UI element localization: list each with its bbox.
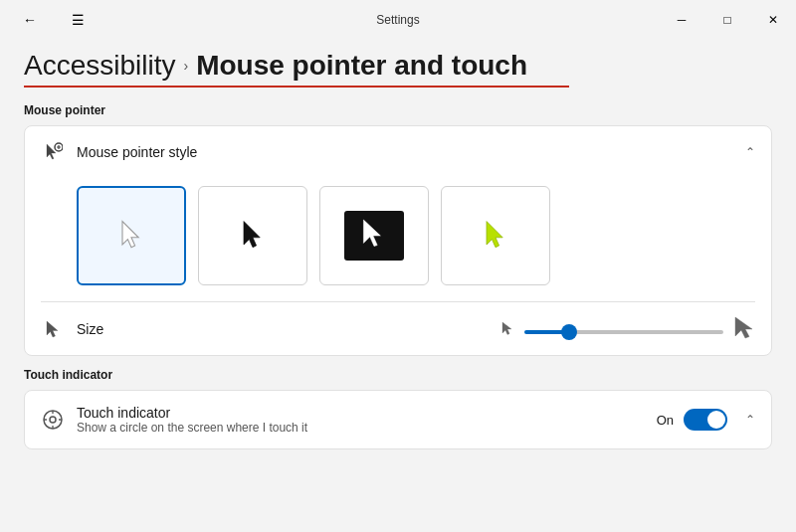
svg-point-2 xyxy=(50,417,56,423)
mouse-pointer-style-card: Mouse pointer style ⌃ xyxy=(24,125,772,356)
breadcrumb-chevron: › xyxy=(183,58,188,74)
section-touch-indicator-label: Touch indicator xyxy=(24,368,772,382)
touch-status-label: On xyxy=(657,413,674,428)
breadcrumb: Accessibility › Mouse pointer and touch xyxy=(24,50,772,82)
menu-button[interactable]: ☰ xyxy=(60,2,96,38)
touch-indicator-card: Touch indicator Show a circle on the scr… xyxy=(24,390,772,449)
pointer-style-expand-row[interactable]: Mouse pointer style ⌃ xyxy=(25,126,771,178)
breadcrumb-underline xyxy=(24,86,569,88)
touch-expand-chevron[interactable]: ⌃ xyxy=(745,413,755,427)
touch-icon xyxy=(41,408,65,432)
cursor-icon xyxy=(41,140,65,164)
pointer-option-white[interactable] xyxy=(77,186,186,285)
section-mouse-pointer-label: Mouse pointer xyxy=(24,103,772,117)
pointer-option-custom[interactable] xyxy=(441,186,550,285)
touch-controls: On ⌃ xyxy=(657,409,755,431)
close-button[interactable]: ✕ xyxy=(750,0,796,40)
pointer-style-label: Mouse pointer style xyxy=(77,144,745,160)
maximize-button[interactable]: □ xyxy=(704,0,750,40)
main-content: Accessibility › Mouse pointer and touch … xyxy=(0,40,796,465)
size-slider-container xyxy=(524,320,723,338)
touch-text: Touch indicator Show a circle on the scr… xyxy=(77,405,657,435)
minimize-button[interactable]: ─ xyxy=(659,0,704,40)
pointer-options-container xyxy=(25,178,771,301)
breadcrumb-current: Mouse pointer and touch xyxy=(196,50,527,82)
slider-small-cursor-icon xyxy=(500,321,514,337)
slider-large-cursor-icon xyxy=(733,316,755,341)
pointer-option-inverted[interactable] xyxy=(319,186,429,285)
size-slider[interactable] xyxy=(524,330,723,334)
inverted-bg xyxy=(344,211,404,261)
window-title: Settings xyxy=(376,13,419,27)
window-controls: ─ □ ✕ xyxy=(659,0,796,40)
size-cursor-icon xyxy=(41,317,65,341)
back-button[interactable]: ← xyxy=(12,2,48,38)
touch-toggle[interactable] xyxy=(684,409,727,431)
toggle-thumb xyxy=(707,411,725,429)
touch-indicator-row: Touch indicator Show a circle on the scr… xyxy=(25,391,771,448)
breadcrumb-parent[interactable]: Accessibility xyxy=(24,50,175,82)
size-label: Size xyxy=(77,321,500,337)
pointer-style-chevron: ⌃ xyxy=(745,145,755,159)
slider-area xyxy=(500,316,755,341)
touch-indicator-title: Touch indicator xyxy=(77,405,657,421)
pointer-option-black[interactable] xyxy=(198,186,307,285)
title-bar: ← ☰ Settings ─ □ ✕ xyxy=(0,0,796,40)
size-row: Size xyxy=(25,302,771,355)
touch-indicator-subtitle: Show a circle on the screen where I touc… xyxy=(77,421,657,435)
